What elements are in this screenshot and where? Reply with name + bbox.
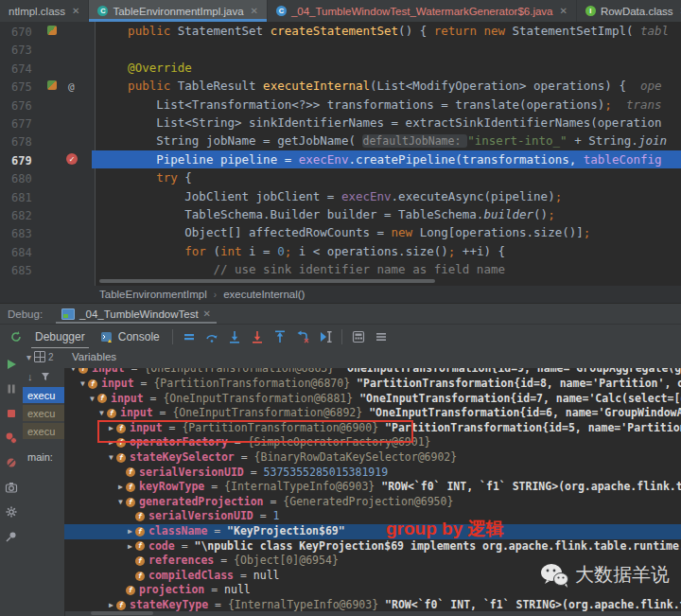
code-line-678[interactable]: String jobName = getJobName( defaultJobN… (96, 132, 681, 150)
variable-value: "ROW<`f0` INT, `f1` STRING>(org.apache.f… (385, 598, 681, 611)
filter-funnel-icon[interactable] (41, 372, 50, 381)
pin-button[interactable] (3, 528, 20, 545)
code-token: TableSchema.Builder builder = TableSchem… (184, 207, 483, 221)
variable-row-stateKeySelector[interactable]: ▼fstateKeySelector = {BinaryRowDataKeySe… (64, 450, 681, 466)
variable-row-input[interactable]: ▼finput = {PartitionTransformation@6870}… (64, 377, 681, 392)
variables-horizontal-scrollbar[interactable] (91, 611, 153, 615)
frame-item[interactable]: main: (23, 449, 64, 465)
close-icon[interactable]: ✕ (251, 6, 258, 16)
breadcrumb-class[interactable]: TableEnvironmentImpl (99, 289, 207, 300)
chevron-down-icon[interactable]: ▼ (78, 377, 88, 392)
pause-button[interactable] (3, 380, 20, 397)
evaluate-expression-button[interactable] (350, 328, 367, 345)
chevron-down-icon[interactable]: ▼ (68, 368, 79, 377)
frame-item[interactable]: execu (23, 423, 64, 439)
code-line-673[interactable] (96, 40, 681, 58)
field-icon: f (126, 586, 135, 595)
editor-tab-2[interactable]: CTableEnvironmentImpl.java✕ (89, 0, 267, 22)
code-line-685[interactable]: // use sink identifier name as field nam… (96, 260, 681, 278)
variable-value: 1 (273, 509, 280, 524)
code-token (99, 24, 128, 38)
variable-row-className[interactable]: ▶fclassName = "KeyProjection$69" (64, 524, 681, 539)
code-line-670[interactable]: public StatementSet createStatementSet()… (96, 22, 681, 40)
collapse-arrow-icon[interactable]: ↓ (27, 371, 33, 382)
drop-frame-button[interactable] (294, 328, 311, 345)
threads-view-selector[interactable]: ▾ 2 (26, 351, 54, 362)
tab-console[interactable]: Console (93, 325, 167, 349)
code-token: ; (604, 97, 612, 112)
code-line-677[interactable]: List<String> sinkIdentifierNames = extra… (96, 114, 681, 132)
variable-row-input[interactable]: ▼finput = {OneInputTransformation@6863} … (64, 368, 681, 377)
breadcrumb-method[interactable]: executeInternal() (223, 289, 305, 300)
chevron-right-icon[interactable]: ▶ (125, 524, 135, 539)
code-token: (List<ModifyOperation> operations) { (370, 79, 640, 93)
thread-dump-button[interactable] (3, 479, 20, 496)
variable-value: {PartitionTransformation@6870} (153, 377, 357, 392)
editor-tab-1[interactable]: ntlmpl.class✕ (0, 0, 89, 22)
variable-row-code[interactable]: ▶fcode = "\npublic class KeyProjection$6… (64, 539, 681, 554)
debug-session-tab[interactable]: _04_TumbleWindowTest ✕ (56, 304, 217, 324)
variable-value: = (264, 495, 284, 510)
run-marker-icon[interactable] (47, 80, 57, 90)
variable-row-stateKeyType[interactable]: ▶fstateKeyType = {InternalTypeInfo@6903}… (64, 598, 681, 611)
frames-panel: ↓ execuexecuexecumain: (23, 368, 65, 616)
editor-tab-4[interactable]: IRowData.class✕ (577, 0, 681, 22)
close-icon[interactable]: ✕ (72, 6, 79, 16)
view-breakpoints-button[interactable] (3, 430, 20, 447)
code-line-680[interactable]: try { (96, 168, 681, 186)
code-line-675[interactable]: public TableResult executeInternal(List<… (96, 77, 681, 95)
run-marker-icon[interactable] (47, 26, 57, 35)
frame-item[interactable]: execu (23, 405, 64, 421)
debug-tab-label: Debugger (35, 330, 85, 343)
code-line-681[interactable]: JobClient jobClient = execEnv.executeAsy… (96, 187, 681, 205)
stop-button[interactable] (3, 405, 20, 422)
variable-row-keyRowType[interactable]: ▶fkeyRowType = {InternalTypeInfo@6903} "… (64, 480, 681, 495)
editor-code-area[interactable]: public StatementSet createStatementSet()… (96, 22, 681, 286)
close-icon[interactable]: ✕ (203, 308, 211, 319)
code-line-684[interactable]: for (int i = 0; i < operations.size(); +… (96, 242, 681, 260)
editor-tab-3[interactable]: C_04_TumbleWindowTest_WatermarkGenerator… (268, 0, 577, 22)
variable-name: className (148, 524, 207, 539)
chevron-down-icon[interactable]: ▼ (87, 392, 97, 407)
variable-row-serialVersionUID[interactable]: fserialVersionUID = 1 (64, 509, 681, 524)
variable-row-input[interactable]: ▼finput = {OneInputTransformation@6881} … (64, 392, 681, 407)
close-icon[interactable]: ✕ (560, 6, 568, 16)
step-into-button[interactable] (226, 328, 243, 345)
code-editor[interactable]: 670673674675@676677678679✓68068168268368… (0, 22, 681, 286)
variable-value: "PartitionTransformation{id=5, name='Par… (385, 421, 681, 436)
chevron-right-icon[interactable]: ▶ (125, 539, 135, 554)
field-icon: f (79, 368, 88, 374)
mute-breakpoints-button[interactable] (3, 454, 20, 471)
rerun-button[interactable] (8, 328, 25, 345)
gutter-line-676: 676 (0, 96, 95, 114)
code-token: ope (640, 79, 662, 93)
editor-horizontal-scrollbar[interactable] (99, 279, 435, 283)
gutter-line-670: 670 (0, 22, 95, 40)
settings-menu-button[interactable] (373, 328, 390, 345)
chevron-right-icon[interactable]: ▶ (106, 598, 116, 611)
resume-button[interactable] (3, 356, 20, 373)
code-line-683[interactable]: Object[] affectedRowCounts = new Long[op… (96, 223, 681, 241)
breakpoint-icon[interactable]: ✓ (66, 153, 78, 165)
chevron-down-icon[interactable]: ▼ (115, 495, 126, 510)
code-line-679[interactable]: Pipeline pipeline = execEnv.createPipeli… (92, 150, 681, 168)
frames-view-icon (34, 351, 45, 362)
variable-name: serialVersionUID (148, 509, 253, 524)
step-out-button[interactable] (271, 328, 288, 345)
variable-row-input[interactable]: ▼finput = {OneInputTransformation@6892} … (64, 406, 681, 421)
force-step-into-button[interactable] (249, 328, 266, 345)
variable-row-generatedProjection[interactable]: ▼fgeneratedProjection = {GeneratedProjec… (64, 495, 681, 510)
run-to-cursor-button[interactable] (317, 328, 334, 345)
chevron-right-icon[interactable]: ▶ (115, 480, 126, 495)
step-over-button[interactable] (203, 328, 220, 345)
settings-button[interactable] (3, 503, 20, 520)
show-execution-point-button[interactable] (181, 328, 198, 345)
frame-item[interactable]: execu (23, 387, 64, 403)
tab-debugger[interactable]: Debugger (27, 325, 93, 349)
variable-row-serialVersionUID[interactable]: fserialVersionUID = 5375355285015381919 (64, 466, 681, 481)
code-line-682[interactable]: TableSchema.Builder builder = TableSchem… (96, 205, 681, 223)
code-line-674[interactable]: @Override (96, 59, 681, 77)
code-line-676[interactable]: List<Transformation<?>> transformations … (96, 96, 681, 114)
chevron-down-icon[interactable]: ▼ (106, 450, 116, 466)
chevron-down-icon[interactable]: ▼ (96, 406, 107, 421)
